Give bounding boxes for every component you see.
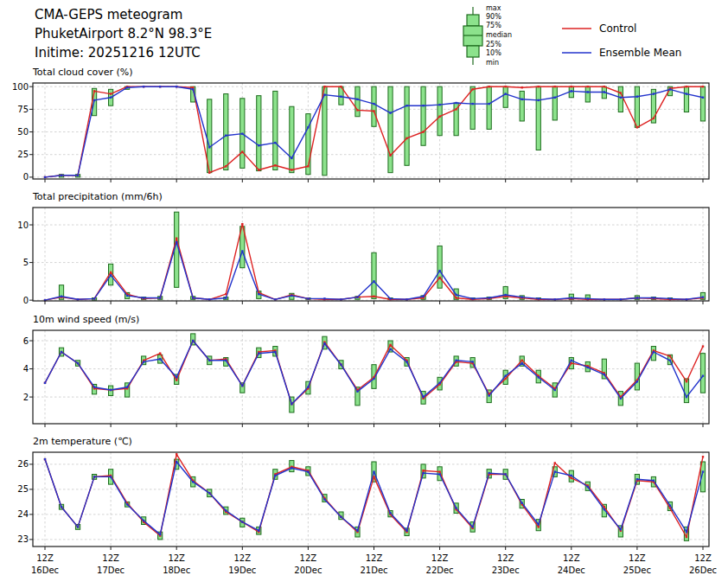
- x-tick-day-label: 19Dec: [223, 565, 261, 576]
- legend-median-label: median: [486, 31, 512, 40]
- x-tick-day-label: 26Dec: [684, 565, 722, 576]
- legend-min-label: min: [486, 59, 499, 67]
- x-tick-hour-label: 12Z: [26, 553, 64, 564]
- x-tick-hour-label: 12Z: [92, 553, 130, 564]
- x-tick-hour-label: 12Z: [355, 553, 393, 564]
- x-tick-day-label: 18Dec: [157, 565, 195, 576]
- x-tick-day-label: 23Dec: [487, 565, 525, 576]
- x-tick-hour-label: 12Z: [157, 553, 195, 564]
- x-tick-day-label: 25Dec: [618, 565, 656, 576]
- x-tick-hour-label: 12Z: [421, 553, 459, 564]
- x-tick-day-label: 22Dec: [421, 565, 459, 576]
- panel-title-cloud-cover: Total cloud cover (%): [33, 67, 133, 78]
- y-tick-label: 75: [3, 104, 29, 115]
- y-tick-label: 23: [3, 534, 29, 545]
- panel-title-wind-speed: 10m wind speed (m/s): [33, 314, 139, 325]
- x-tick-day-label: 16Dec: [26, 565, 64, 576]
- y-tick-label: 2: [3, 392, 29, 403]
- legend-max-label: max: [486, 4, 501, 13]
- y-tick-label: 25: [3, 483, 29, 495]
- x-tick-hour-label: 12Z: [684, 553, 722, 564]
- legend-90-label: 90%: [486, 13, 501, 22]
- y-tick-label: 26: [3, 458, 29, 470]
- x-tick-day-label: 24Dec: [552, 565, 591, 576]
- y-tick-label: 24: [3, 508, 29, 520]
- meteogram-chart: [0, 0, 728, 588]
- station-title: PhuketAirport 8.2°N 98.3°E: [35, 24, 212, 43]
- x-tick-hour-label: 12Z: [618, 553, 656, 564]
- x-tick-day-label: 21Dec: [355, 565, 393, 576]
- y-tick-label: 0: [3, 171, 29, 182]
- x-tick-day-label: 17Dec: [92, 565, 130, 576]
- panel-title-temperature: 2m temperature (℃): [33, 436, 132, 447]
- inittime-label: Initime: 20251216 12UTC: [35, 43, 201, 62]
- x-tick-hour-label: 12Z: [552, 553, 591, 564]
- x-tick-hour-label: 12Z: [289, 553, 327, 564]
- x-tick-hour-label: 12Z: [223, 553, 261, 564]
- y-tick-label: 4: [3, 363, 29, 374]
- x-tick-hour-label: 12Z: [487, 553, 525, 564]
- legend-75-label: 75%: [486, 22, 501, 30]
- legend-25-label: 25%: [486, 41, 501, 49]
- y-tick-label: 50: [3, 126, 29, 137]
- y-tick-label: 25: [3, 149, 29, 160]
- meteogram: CMA-GEPS meteogram PhuketAirport 8.2°N 9…: [0, 0, 728, 588]
- y-tick-label: 10: [3, 220, 29, 231]
- legend-10-label: 10%: [486, 49, 501, 58]
- y-tick-label: 100: [3, 81, 29, 93]
- legend-control-label: Control: [599, 22, 636, 35]
- y-tick-label: 0: [3, 295, 29, 306]
- y-tick-label: 6: [3, 336, 29, 347]
- legend-ensemble-label: Ensemble Mean: [599, 47, 681, 59]
- x-tick-day-label: 20Dec: [289, 565, 327, 576]
- page-title: CMA-GEPS meteogram: [35, 5, 182, 24]
- panel-title-precipitation: Total precipitation (mm/6h): [33, 191, 163, 202]
- y-tick-label: 5: [3, 257, 29, 268]
